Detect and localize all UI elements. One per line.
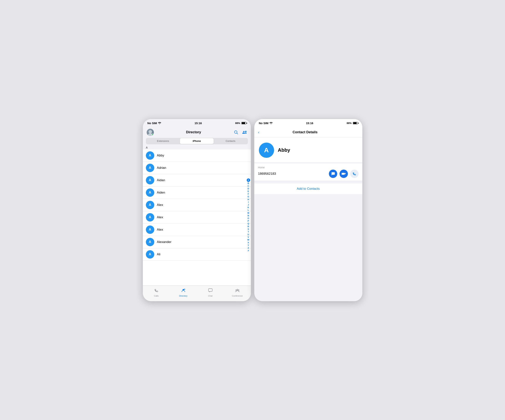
phone-number: 1869562183 bbox=[258, 172, 276, 176]
contact-item-aidan[interactable]: A Aidan bbox=[143, 174, 251, 187]
alpha-g[interactable]: G bbox=[247, 195, 250, 198]
phone-actions bbox=[329, 169, 359, 178]
alpha-o[interactable]: O bbox=[247, 217, 250, 219]
detail-no-sim-text: No SIM bbox=[259, 121, 269, 125]
contact-avatar-alex-3: A bbox=[146, 226, 154, 234]
alpha-d[interactable]: D bbox=[247, 187, 250, 190]
tab-contacts[interactable]: Contacts bbox=[214, 138, 247, 144]
svg-line-1 bbox=[237, 133, 238, 134]
detail-status-time: 15:16 bbox=[306, 121, 313, 125]
alpha-r[interactable]: R bbox=[247, 225, 250, 228]
search-button[interactable] bbox=[234, 130, 239, 135]
section-header-a: A bbox=[143, 145, 251, 150]
detail-status-bar: No SIM 15:16 88% bbox=[254, 119, 362, 127]
chat-icon bbox=[208, 288, 213, 294]
no-sim-text: No SIM bbox=[147, 121, 157, 125]
alpha-l[interactable]: L bbox=[247, 209, 249, 211]
contact-name-abby: Abby bbox=[157, 154, 164, 157]
contact-item-alex-3[interactable]: A Alex bbox=[143, 224, 251, 236]
message-button[interactable] bbox=[329, 169, 337, 178]
alpha-z[interactable]: Z bbox=[247, 247, 249, 249]
alpha-i[interactable]: I bbox=[248, 201, 249, 203]
alphabet-index[interactable]: A B C D E F G H I J K L M N O P Q R S T bbox=[247, 178, 250, 252]
contact-avatar-ali: A bbox=[146, 250, 154, 259]
detail-battery-icon bbox=[353, 122, 358, 124]
contact-avatar-alex-2: A bbox=[146, 213, 154, 221]
svg-point-10 bbox=[235, 290, 236, 291]
alpha-x[interactable]: X bbox=[247, 241, 249, 244]
phone-call-button[interactable] bbox=[350, 169, 359, 178]
contact-item-ali[interactable]: A Ali bbox=[143, 248, 251, 261]
contact-avatar-alexander: A bbox=[146, 238, 154, 246]
contact-header-section: A Abby bbox=[254, 137, 362, 162]
alpha-w[interactable]: W bbox=[247, 239, 250, 241]
alpha-u[interactable]: U bbox=[247, 233, 250, 236]
alpha-t[interactable]: T bbox=[247, 231, 249, 233]
alpha-h[interactable]: H bbox=[247, 198, 250, 201]
contact-avatar-adrian: A bbox=[146, 164, 154, 172]
alpha-v[interactable]: V bbox=[247, 236, 249, 238]
add-to-contacts-label[interactable]: Add to Contacts bbox=[297, 187, 320, 191]
battery-icon bbox=[241, 122, 246, 124]
alpha-e[interactable]: E bbox=[247, 190, 249, 193]
phone-row: 1869562183 bbox=[258, 169, 359, 178]
contact-item-abby[interactable]: A Abby bbox=[143, 150, 251, 162]
alpha-m[interactable]: M bbox=[247, 212, 250, 214]
alpha-k[interactable]: K bbox=[247, 206, 250, 209]
contact-avatar-abby: A bbox=[146, 151, 154, 160]
contact-item-alex-2[interactable]: A Alex bbox=[143, 211, 251, 224]
alpha-s[interactable]: S bbox=[247, 228, 249, 230]
detail-wifi-icon bbox=[270, 121, 272, 125]
tab-directory[interactable]: Directory bbox=[170, 286, 197, 301]
status-bar-battery: 88% bbox=[235, 122, 246, 125]
alpha-hash[interactable]: # bbox=[247, 250, 249, 252]
directory-nav-header: Directory bbox=[143, 127, 251, 137]
phone-section: Home 1869562183 bbox=[254, 163, 362, 181]
svg-rect-8 bbox=[208, 289, 212, 291]
user-avatar[interactable] bbox=[147, 129, 154, 136]
tab-directory-label: Directory bbox=[179, 295, 187, 297]
contact-name-adrian: Adrian bbox=[157, 166, 166, 170]
directory-icon bbox=[181, 288, 186, 294]
alpha-j[interactable]: J bbox=[247, 204, 249, 206]
alpha-p[interactable]: P bbox=[247, 220, 249, 222]
alpha-n[interactable]: N bbox=[247, 214, 250, 217]
tab-iphone[interactable]: iPhone bbox=[180, 138, 214, 144]
detail-status-carrier: No SIM bbox=[259, 121, 273, 125]
contact-detail-screen: No SIM 15:16 88% ‹ bbox=[254, 119, 363, 301]
bottom-tab-bar: Calls Directory bbox=[143, 286, 251, 301]
add-to-contacts-section[interactable]: Add to Contacts bbox=[254, 183, 362, 194]
tab-chat[interactable]: Chat bbox=[197, 286, 224, 301]
contact-item-alexander[interactable]: A Alexander bbox=[143, 236, 251, 248]
alpha-q[interactable]: Q bbox=[247, 222, 250, 225]
contact-item-alex-1[interactable]: A Alex bbox=[143, 199, 251, 211]
divider-bottom bbox=[254, 181, 362, 181]
contact-list: A A Abby A Adrian A Aidan A Aiden A Alex bbox=[143, 145, 251, 286]
tab-conference[interactable]: Conference bbox=[224, 286, 251, 301]
online-status-dot bbox=[152, 134, 154, 136]
calls-icon bbox=[154, 288, 159, 294]
empty-detail-section bbox=[254, 194, 362, 270]
video-call-button[interactable] bbox=[340, 169, 348, 178]
back-button[interactable]: ‹ bbox=[258, 130, 259, 134]
phone-type-label: Home bbox=[258, 166, 359, 169]
status-bar-left: No SIM 15:16 88% bbox=[143, 119, 251, 127]
seg-container: Extensions iPhone Contacts bbox=[146, 138, 248, 144]
contact-detail-name: Abby bbox=[278, 147, 290, 153]
conference-icon bbox=[235, 288, 240, 294]
nav-header-left bbox=[147, 129, 154, 136]
status-bar-carrier: No SIM bbox=[147, 121, 161, 125]
alpha-c[interactable]: C bbox=[247, 185, 250, 187]
alpha-a[interactable]: A bbox=[247, 178, 250, 182]
battery-percent: 88% bbox=[235, 122, 240, 125]
tab-extensions[interactable]: Extensions bbox=[146, 138, 180, 144]
contact-item-aiden[interactable]: A Aiden bbox=[143, 187, 251, 199]
alpha-y[interactable]: Y bbox=[247, 244, 249, 246]
wifi-icon bbox=[158, 121, 161, 125]
alpha-b[interactable]: B bbox=[247, 182, 250, 184]
contact-detail-title: Contact Details bbox=[292, 130, 317, 134]
alpha-f[interactable]: F bbox=[247, 193, 249, 195]
add-contact-button[interactable] bbox=[242, 130, 247, 135]
tab-calls[interactable]: Calls bbox=[143, 286, 170, 301]
contact-item-adrian[interactable]: A Adrian bbox=[143, 162, 251, 174]
